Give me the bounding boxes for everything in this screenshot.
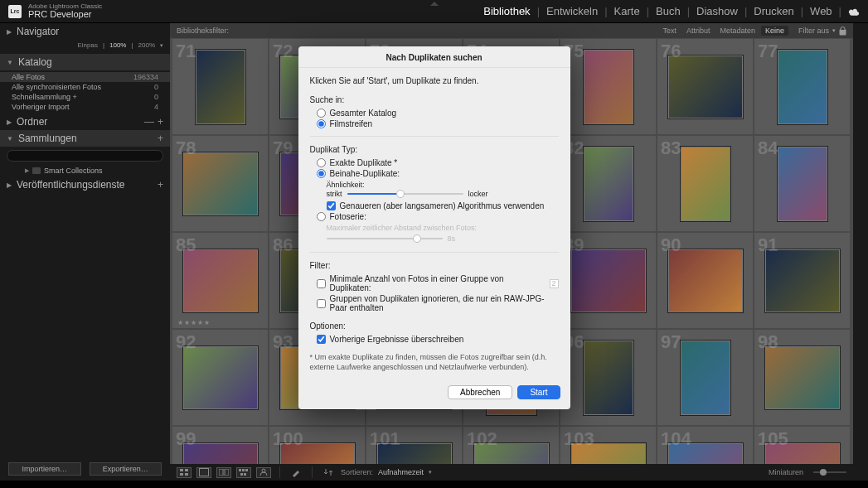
nav-100[interactable]: 100% xyxy=(109,41,126,49)
thumbnail-cell[interactable]: 97 xyxy=(657,329,754,426)
cell-index: 86 xyxy=(273,234,293,256)
grid-view-button[interactable] xyxy=(177,467,192,478)
nav-fit[interactable]: Einpas xyxy=(77,41,97,49)
exact-duplicates-radio[interactable]: Exakte Duplikate * xyxy=(310,157,559,168)
overwrite-results-checkbox[interactable]: Vorherige Ergebnisse überschreiben xyxy=(310,334,559,345)
thumbnail-cell[interactable]: 98 xyxy=(754,329,851,426)
thumbnail-cell[interactable]: 84 xyxy=(754,135,851,232)
similarity-slider[interactable] xyxy=(347,189,463,199)
filter-tab-metadaten[interactable]: Metadaten xyxy=(715,26,759,36)
module-tab-entwickeln[interactable]: Entwickeln xyxy=(546,5,598,17)
ignore-raw-jpg-checkbox[interactable]: Gruppen von Duplikaten ignorieren, die n… xyxy=(310,293,559,313)
min-group-size-input[interactable] xyxy=(550,279,559,288)
fotoserie-slider xyxy=(327,234,443,244)
svg-rect-5 xyxy=(245,469,248,471)
folders-panel-header[interactable]: ▶ Ordner — + xyxy=(0,114,170,130)
plus-icon[interactable]: + xyxy=(158,179,163,191)
panel-collapse-top[interactable] xyxy=(430,2,439,6)
precise-algorithm-checkbox[interactable]: Genaueren (aber langsameren) Algorithmus… xyxy=(310,201,559,211)
survey-view-button[interactable] xyxy=(236,467,251,478)
smart-collections-label: Smart Collections xyxy=(44,167,103,175)
thumbnail-cell[interactable]: 96 xyxy=(560,329,657,426)
cloud-sync-icon[interactable] xyxy=(848,6,860,17)
thumbnail-cell[interactable]: 83 xyxy=(657,135,754,232)
near-duplicates-radio[interactable]: Beinahe-Duplikate: xyxy=(310,168,559,179)
dialog-hint: Klicken Sie auf 'Start', um Duplikate zu… xyxy=(310,76,559,85)
thumbnail-cell[interactable]: 92 xyxy=(172,329,269,426)
similarity-label: Ähnlichkeit: xyxy=(327,181,559,189)
painter-tool-button[interactable] xyxy=(289,467,303,478)
thumbnail-cell[interactable]: 71 xyxy=(172,38,269,135)
module-tab-bibliothek[interactable]: Bibliothek xyxy=(483,5,530,17)
fotoserie-radio[interactable]: Fotoserie: xyxy=(310,211,559,222)
lock-icon[interactable] xyxy=(839,27,846,36)
plus-icon[interactable]: + xyxy=(158,133,163,144)
catalog-item[interactable]: Schnellsammlung +0 xyxy=(0,92,170,102)
start-button[interactable]: Start xyxy=(517,385,560,399)
thumbnail-cell[interactable]: 77 xyxy=(754,38,851,135)
chevron-down-icon[interactable]: ▾ xyxy=(429,469,432,476)
thumbnail-cell[interactable]: 101 xyxy=(366,426,463,464)
thumbnail-cell[interactable]: 102 xyxy=(463,426,560,464)
right-panel-collapsed[interactable] xyxy=(853,23,868,481)
smart-collections-row[interactable]: ▶ Smart Collections xyxy=(0,165,170,176)
chevron-down-icon[interactable]: ▾ xyxy=(832,27,836,34)
sort-value-dropdown[interactable]: Aufnahmezeit xyxy=(378,468,424,476)
cell-index: 78 xyxy=(176,138,196,159)
publish-panel-header[interactable]: ▶ Veröffentlichungsdienste + xyxy=(0,176,170,193)
thumbnail-size-slider[interactable] xyxy=(813,471,846,473)
plus-icon[interactable]: + xyxy=(158,116,163,128)
collections-search-input[interactable] xyxy=(7,150,163,162)
loupe-view-button[interactable] xyxy=(196,467,211,478)
thumbnail-image xyxy=(667,55,744,119)
thumbnail-cell[interactable]: 78 xyxy=(172,135,269,232)
chevron-right-icon: ▶ xyxy=(25,167,29,174)
catalog-panel-header[interactable]: ▼ Katalog xyxy=(0,54,170,70)
compare-view-button[interactable] xyxy=(216,467,231,478)
thumbnail-cell[interactable]: 89 xyxy=(560,232,657,329)
cancel-button[interactable]: Abbrechen xyxy=(448,385,512,399)
collections-panel-header[interactable]: ▼ Sammlungen + xyxy=(0,130,170,147)
thumbnail-cell[interactable]: 99 xyxy=(172,426,269,464)
filter-preset-dropdown[interactable]: Filter aus xyxy=(798,27,829,35)
export-button[interactable]: Exportieren… xyxy=(90,462,162,476)
filter-tab-text[interactable]: Text xyxy=(658,26,681,36)
thumbnail-cell[interactable]: 105 xyxy=(754,426,851,464)
module-tab-diashow[interactable]: Diashow xyxy=(696,5,738,17)
catalog-item[interactable]: Vorheriger Import4 xyxy=(0,102,170,112)
filter-tab-keine[interactable]: Keine xyxy=(761,26,788,36)
thumbnail-cell[interactable]: 85★★★★★ xyxy=(172,232,269,329)
module-tab-buch[interactable]: Buch xyxy=(656,5,681,17)
thumbnail-cell[interactable]: 91 xyxy=(754,232,851,329)
thumbnail-cell[interactable]: 90 xyxy=(657,232,754,329)
thumbnail-cell[interactable]: 82 xyxy=(560,135,657,232)
search-in-catalog-radio[interactable]: Gesamter Katalog xyxy=(310,108,559,118)
app-logo: Lrc xyxy=(8,5,22,18)
thumbnail-cell[interactable]: 76 xyxy=(657,38,754,135)
module-tab-drucken[interactable]: Drucken xyxy=(754,5,793,17)
svg-rect-3 xyxy=(239,469,241,471)
thumbnail-cell[interactable]: 103 xyxy=(560,426,657,464)
sort-direction-button[interactable] xyxy=(321,467,336,478)
cell-index: 76 xyxy=(661,41,681,62)
thumbnail-cell[interactable]: 104 xyxy=(657,426,754,464)
thumbnail-image xyxy=(680,146,731,222)
catalog-item[interactable]: Alle synchronisierten Fotos0 xyxy=(0,82,170,92)
thumbnail-cell[interactable]: 100 xyxy=(269,426,366,464)
search-in-filmstrip-radio[interactable]: Filmstreifen xyxy=(310,118,559,129)
filter-tab-attribut[interactable]: Attribut xyxy=(682,26,715,36)
thumbnail-cell[interactable]: 75 xyxy=(560,38,657,135)
minus-icon[interactable]: — xyxy=(144,116,154,128)
module-tab-karte[interactable]: Karte xyxy=(614,5,640,17)
cell-index: 71 xyxy=(176,41,196,62)
find-duplicates-dialog: Nach Duplikaten suchen Klicken Sie auf '… xyxy=(298,46,570,409)
people-view-button[interactable] xyxy=(256,467,271,478)
import-button[interactable]: Importieren… xyxy=(8,462,81,476)
min-group-size-checkbox[interactable]: Minimale Anzahl von Fotos in einer Grupp… xyxy=(310,273,559,293)
navigator-panel-header[interactable]: ▶ Navigator xyxy=(0,23,170,40)
nav-200[interactable]: 200% xyxy=(138,41,155,49)
catalog-item[interactable]: Alle Fotos196334 xyxy=(0,72,170,82)
rating-stars[interactable]: ★★★★★ xyxy=(177,319,211,326)
chevron-down-icon[interactable]: ▾ xyxy=(160,42,163,49)
module-tab-web[interactable]: Web xyxy=(810,5,832,17)
